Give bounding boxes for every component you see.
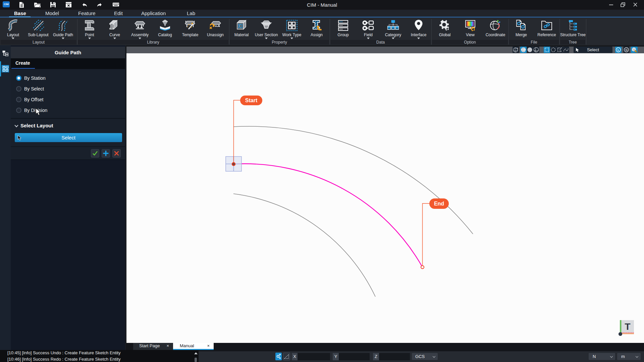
svg-text:L: L [618,48,620,52]
svg-text:End: End [434,201,444,206]
svg-text:A: A [517,47,518,50]
svg-text:G: G [625,48,628,52]
svg-text:I: I [239,24,240,28]
svg-text:T: T [625,321,630,332]
svg-text:Start: Start [245,98,258,103]
